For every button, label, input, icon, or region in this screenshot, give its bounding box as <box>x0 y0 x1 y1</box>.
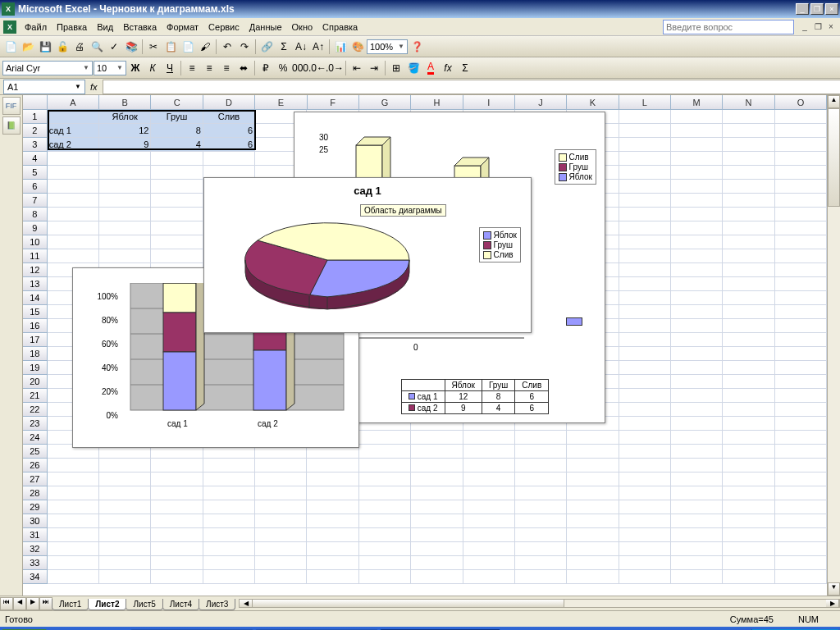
cell[interactable] <box>775 194 827 208</box>
cell[interactable] <box>723 152 774 166</box>
cell[interactable] <box>671 208 723 221</box>
cell[interactable] <box>359 556 411 570</box>
cell[interactable] <box>619 221 671 235</box>
menu-help[interactable]: Справка <box>317 21 363 34</box>
cell[interactable] <box>463 459 515 472</box>
cell[interactable] <box>619 347 671 361</box>
spreadsheet-grid[interactable]: ABCDEFGHIJKLMNO1ЯблокГрушСлив2сад 112863… <box>23 95 827 596</box>
cell[interactable] <box>151 459 203 472</box>
cell[interactable] <box>99 208 151 221</box>
cell[interactable] <box>463 528 515 542</box>
cell[interactable] <box>48 500 99 514</box>
cell[interactable] <box>619 319 671 333</box>
column-header[interactable]: J <box>515 95 567 110</box>
open-icon[interactable]: 📂 <box>20 39 36 55</box>
cell[interactable] <box>48 249 99 263</box>
cell[interactable]: сад 2 <box>48 138 99 152</box>
tab-nav-first[interactable]: ⏮ <box>0 597 13 610</box>
cell[interactable] <box>775 333 827 347</box>
cell[interactable] <box>255 500 307 514</box>
restore-button[interactable]: ❐ <box>810 3 824 15</box>
cell[interactable] <box>515 472 567 486</box>
cell[interactable] <box>775 110 827 124</box>
cell[interactable] <box>723 138 774 152</box>
cell[interactable] <box>619 459 671 472</box>
row-header[interactable]: 8 <box>23 208 48 221</box>
cell[interactable] <box>671 417 723 431</box>
column-header[interactable]: D <box>203 95 255 110</box>
menu-window[interactable]: Окно <box>287 21 318 34</box>
column-header[interactable]: O <box>775 95 827 110</box>
cell[interactable] <box>671 263 723 277</box>
cell[interactable] <box>255 472 307 486</box>
cell[interactable] <box>619 500 671 514</box>
cell[interactable] <box>48 542 99 556</box>
permission-icon[interactable]: 🔓 <box>54 39 71 55</box>
chart-wizard-icon[interactable]: 📊 <box>332 39 349 55</box>
cell[interactable] <box>671 361 723 375</box>
cell[interactable] <box>411 431 463 445</box>
sort-asc-icon[interactable]: A↓ <box>293 39 309 55</box>
row-header[interactable]: 9 <box>23 221 48 235</box>
cell[interactable] <box>775 570 827 584</box>
row-header[interactable]: 22 <box>23 403 48 417</box>
cell[interactable] <box>151 208 203 221</box>
excel-doc-icon[interactable]: X <box>3 21 16 34</box>
row-header[interactable]: 11 <box>23 249 48 263</box>
cell[interactable] <box>723 514 774 528</box>
doc-minimize-button[interactable]: _ <box>799 21 810 33</box>
copy-icon[interactable]: 📋 <box>162 39 179 55</box>
cell[interactable] <box>671 333 723 347</box>
cell[interactable] <box>619 431 671 445</box>
cell[interactable] <box>671 221 723 235</box>
cut-icon[interactable]: ✂ <box>145 39 162 55</box>
cell[interactable] <box>723 556 774 570</box>
cell[interactable] <box>619 333 671 347</box>
cell[interactable] <box>203 486 255 500</box>
chart-pie[interactable]: сад 1 Область диаграммы Яблок Груш <box>203 177 532 333</box>
tab-nav-next[interactable]: ▶ <box>26 597 39 610</box>
cell[interactable] <box>723 124 774 138</box>
cell[interactable] <box>671 166 723 180</box>
cell[interactable] <box>48 110 99 124</box>
cell[interactable] <box>775 235 827 249</box>
menu-edit[interactable]: Правка <box>52 21 92 34</box>
row-header[interactable]: 31 <box>23 528 48 542</box>
vertical-scrollbar[interactable]: ▲ ▼ <box>827 95 840 596</box>
cell[interactable] <box>775 486 827 500</box>
cell[interactable] <box>723 445 774 459</box>
cell[interactable] <box>723 249 774 263</box>
cell[interactable] <box>515 431 567 445</box>
cell[interactable] <box>48 221 99 235</box>
cell[interactable] <box>99 180 151 194</box>
cell[interactable] <box>619 570 671 584</box>
borders-icon[interactable]: ⊞ <box>388 60 404 76</box>
cell[interactable] <box>48 472 99 486</box>
decrease-decimal-icon[interactable]: .0→ <box>326 60 343 76</box>
cell[interactable] <box>775 291 827 305</box>
cell[interactable] <box>723 542 774 556</box>
paste-icon[interactable]: 📄 <box>180 39 196 55</box>
cell[interactable] <box>723 263 774 277</box>
zoom-combo[interactable]: 100%▼ <box>367 39 408 54</box>
merge-icon[interactable]: ⬌ <box>235 60 252 76</box>
cell[interactable] <box>411 472 463 486</box>
cell[interactable] <box>775 263 827 277</box>
menu-data[interactable]: Данные <box>244 21 287 34</box>
cell[interactable] <box>307 528 358 542</box>
cell[interactable] <box>619 556 671 570</box>
scroll-track[interactable] <box>828 207 840 582</box>
cell[interactable] <box>99 249 151 263</box>
cell[interactable] <box>723 570 774 584</box>
cell[interactable] <box>359 528 411 542</box>
cell[interactable] <box>359 514 411 528</box>
select-all-corner[interactable] <box>23 95 48 110</box>
row-header[interactable]: 28 <box>23 486 48 500</box>
scroll-down-button[interactable]: ▼ <box>828 582 840 596</box>
cell[interactable] <box>99 570 151 584</box>
cell[interactable] <box>619 389 671 403</box>
cell[interactable] <box>619 486 671 500</box>
cell[interactable] <box>723 180 774 194</box>
cell[interactable] <box>671 445 723 459</box>
cell[interactable] <box>775 277 827 291</box>
